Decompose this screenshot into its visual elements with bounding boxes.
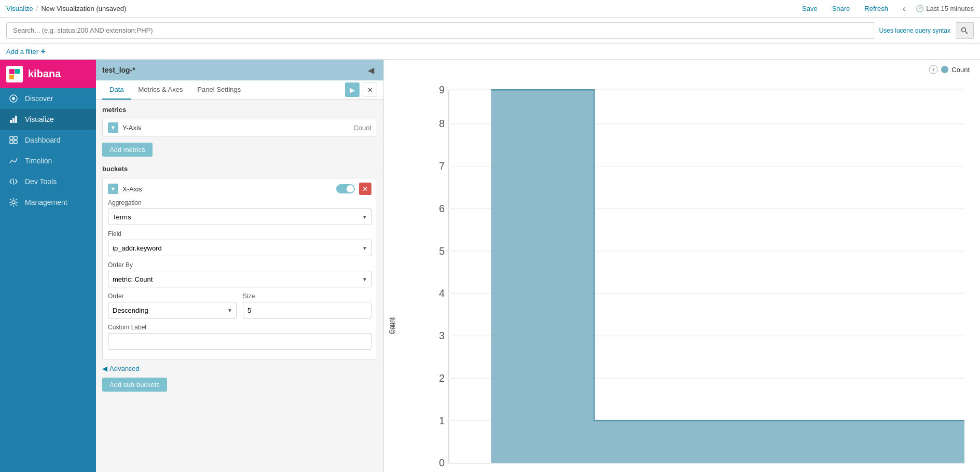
tab-panel-settings-label: Panel Settings	[197, 86, 241, 93]
legend-prev-icon[interactable]	[929, 65, 938, 74]
toggle-switch[interactable]	[336, 184, 355, 193]
kibana-logo-svg	[8, 68, 21, 80]
aggregation-select-wrapper: Terms	[108, 209, 371, 225]
svg-text:9: 9	[439, 84, 445, 95]
x-axis-expand-icon[interactable]: ▼	[108, 184, 118, 194]
devtools-icon	[8, 176, 19, 187]
svg-rect-7	[10, 120, 12, 123]
nav-back-button[interactable]: ‹	[899, 2, 909, 16]
field-group: Field ip_addr.keyword	[108, 230, 371, 256]
add-filter-button[interactable]: Add a filter +	[6, 47, 46, 56]
legend-label: Count	[951, 66, 970, 74]
time-label: Last 15 minutes	[926, 5, 974, 12]
tab-panel-settings[interactable]: Panel Settings	[190, 80, 248, 100]
save-button[interactable]: Save	[798, 3, 822, 15]
size-label: Size	[243, 293, 371, 300]
panel-title-bar: test_log-* ◀	[96, 60, 383, 80]
advanced-arrow: ◀	[102, 365, 107, 372]
lucene-hint: Uses lucene query syntax	[874, 27, 956, 34]
chart-svg: 0 1 2 3 4 5 6 7	[415, 81, 964, 472]
svg-point-0	[962, 27, 966, 32]
svg-text:8: 8	[439, 118, 445, 129]
breadcrumb-current: New Visualization (unsaved)	[41, 5, 126, 12]
order-by-group: Order By metric: Count	[108, 261, 371, 287]
y-axis-value: Count	[353, 124, 371, 132]
legend-color-dot	[941, 66, 948, 73]
breadcrumb: Visualize / New Visualization (unsaved)	[6, 5, 798, 12]
chart-area: Count Count 0 1 2 3	[384, 60, 980, 472]
order-select-wrapper: Descending	[108, 302, 237, 318]
run-button[interactable]: ▶	[345, 82, 360, 97]
sidebar-item-management-label: Management	[25, 198, 67, 206]
custom-label-group: Custom Label	[108, 324, 371, 350]
kibana-logo-icon	[6, 66, 23, 82]
discover-icon	[8, 93, 19, 104]
field-label: Field	[108, 230, 371, 238]
panel-area: test_log-* ◀ Data Metrics & Axes Panel S…	[96, 60, 384, 472]
aggregation-select[interactable]: Terms	[108, 209, 371, 225]
order-label: Order	[108, 293, 237, 300]
advanced-link[interactable]: ◀ Advanced	[102, 365, 377, 372]
metrics-section-header: metrics	[102, 106, 377, 114]
sidebar-item-timelion[interactable]: Timelion	[0, 150, 96, 171]
tab-data[interactable]: Data	[102, 80, 131, 100]
close-panel-button[interactable]: ✕	[363, 82, 377, 97]
plus-icon: +	[40, 47, 45, 56]
sidebar-item-management[interactable]: Management	[0, 192, 96, 213]
svg-rect-3	[15, 69, 20, 74]
add-metrics-button[interactable]: Add metrics	[102, 143, 153, 157]
delete-x-axis-button[interactable]: ✕	[359, 183, 371, 195]
order-group: Order Descending	[108, 293, 237, 318]
sidebar-item-timelion-label: Timelion	[25, 157, 52, 165]
svg-rect-4	[9, 75, 14, 79]
buckets-section-header: buckets	[102, 165, 377, 173]
size-input[interactable]	[243, 302, 371, 318]
search-input[interactable]	[6, 22, 874, 39]
svg-text:4: 4	[439, 287, 445, 299]
add-filter-label: Add a filter	[6, 48, 38, 55]
svg-text:3: 3	[439, 330, 445, 341]
sidebar-item-discover[interactable]: Discover	[0, 88, 96, 109]
refresh-button[interactable]: Refresh	[860, 3, 892, 15]
kibana-logo-text: kibana	[28, 68, 61, 80]
breadcrumb-visualize-link[interactable]: Visualize	[6, 5, 33, 12]
x-axis-label: X-Axis	[122, 185, 332, 193]
panel-collapse-button[interactable]: ◀	[365, 64, 377, 76]
search-button[interactable]	[956, 22, 974, 39]
chart-container: Count 0 1 2 3 4	[384, 76, 980, 472]
custom-label-label: Custom Label	[108, 324, 371, 331]
sidebar-item-visualize[interactable]: Visualize	[0, 109, 96, 130]
svg-rect-13	[14, 141, 17, 144]
order-select[interactable]: Descending	[108, 302, 237, 318]
tab-metrics-axes[interactable]: Metrics & Axes	[131, 80, 190, 100]
svg-text:7: 7	[439, 160, 445, 172]
add-subbuckets-button[interactable]: Add sub-buckets	[102, 378, 167, 392]
share-button[interactable]: Share	[828, 3, 854, 15]
svg-rect-12	[10, 141, 13, 144]
sidebar-item-devtools-label: Dev Tools	[25, 177, 57, 186]
svg-text:6: 6	[439, 203, 445, 214]
svg-text:1: 1	[439, 414, 445, 426]
sidebar-item-discover-label: Discover	[25, 94, 53, 103]
panel-tabs: Data Metrics & Axes Panel Settings ▶ ✕	[96, 80, 383, 100]
custom-label-input[interactable]	[108, 333, 371, 350]
field-select[interactable]: ip_addr.keyword	[108, 240, 371, 256]
timelion-icon	[8, 156, 19, 166]
aggregation-label: Aggregation	[108, 199, 371, 206]
field-select-wrapper: ip_addr.keyword	[108, 240, 371, 256]
panel-content: metrics ▼ Y-Axis Count Add metrics bucke…	[96, 100, 383, 472]
y-axis-row[interactable]: ▼ Y-Axis Count	[102, 119, 377, 136]
y-axis-expand-icon: ▼	[108, 122, 118, 133]
order-size-row: Order Descending Size	[108, 293, 371, 324]
order-by-select[interactable]: metric: Count	[108, 271, 371, 287]
x-axis-toggle[interactable]	[336, 184, 355, 193]
buckets-section: buckets ▼ X-Axis ✕ Aggregation	[102, 165, 377, 359]
tab-data-label: Data	[109, 86, 123, 93]
run-icon: ▶	[350, 86, 355, 94]
sidebar-item-dashboard[interactable]: Dashboard	[0, 130, 96, 150]
sidebar-item-devtools[interactable]: Dev Tools	[0, 171, 96, 192]
breadcrumb-separator: /	[36, 5, 38, 12]
close-icon: ✕	[367, 86, 373, 94]
svg-point-15	[12, 201, 15, 204]
search-icon	[961, 27, 968, 34]
